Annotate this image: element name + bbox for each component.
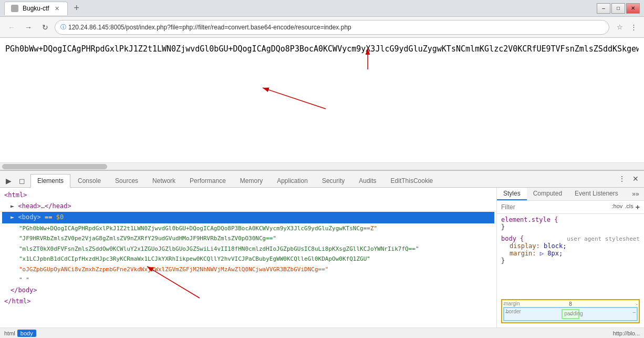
- title-bar-left: Bugku-ctf ✕ +: [4, 2, 595, 15]
- dom-body-content-3: "mlsZT0kX0dFVFsnZmlsZSddOw0KCWluY2x1ZGUo…: [2, 244, 454, 254]
- status-bar-right: http://blo...: [613, 330, 640, 336]
- reload-button[interactable]: ↻: [38, 20, 53, 35]
- tab-title: Bugku-ctf: [23, 5, 49, 12]
- tab-close-button[interactable]: ✕: [54, 5, 61, 12]
- styles-filter-actions: :hov .cls +: [612, 203, 640, 211]
- tab-security[interactable]: Security: [315, 173, 351, 187]
- tab-console[interactable]: Console: [71, 173, 108, 187]
- scrollbar-track: [2, 164, 642, 169]
- styles-tab-computed[interactable]: Computed: [527, 188, 568, 200]
- chrome-menu-button[interactable]: ⋮: [627, 21, 640, 34]
- body-selector-close: }: [501, 257, 640, 264]
- scrollbar-thumb[interactable]: [2, 164, 107, 169]
- dom-html-close: </html>: [2, 296, 494, 307]
- maximize-button[interactable]: □: [611, 3, 625, 14]
- status-html-link[interactable]: html: [4, 330, 15, 336]
- box-model-display: margin - 8 - border – padding: [497, 295, 644, 327]
- tab-editthiscookie[interactable]: EditThisCookie: [384, 173, 440, 187]
- page-area: PGh0bWw+DQogICAgPHRpdGxlPkJ1Z2t1LWN0Zjwv…: [0, 38, 644, 170]
- tab-network[interactable]: Network: [146, 173, 182, 187]
- element-style-close: }: [501, 223, 640, 231]
- annotation-arrows: [0, 38, 644, 162]
- tab-elements[interactable]: Elements: [30, 174, 70, 188]
- margin-top-val: 8: [569, 301, 572, 307]
- title-bar: Bugku-ctf ✕ + – □ ✕: [0, 0, 644, 17]
- devtools-close-button[interactable]: ✕: [629, 172, 642, 185]
- dom-tree-panel: <html> ► <head>…</head> ► <body> == $0 "…: [0, 188, 497, 327]
- devtools-tab-actions: ⋮ ✕: [616, 172, 642, 187]
- base64-line1: PGh0bWw+DQogICAgPHRpdGxlPkJ1Z2t1LWN0Zjwv…: [5, 43, 639, 55]
- dom-head[interactable]: ► <head>…</head>: [2, 201, 494, 212]
- address-bar[interactable]: ⓘ 120.24.86.145:8005/post/index.php?file…: [55, 20, 609, 35]
- dom-body-content-2: "JF9HRVRbZmlsZV0pe2VjaG8gZmlsZV9nZXRfY29…: [2, 233, 454, 244]
- tab-favicon: [11, 5, 18, 12]
- devtools-main: <html> ► <head>…</head> ► <body> == $0 "…: [0, 188, 644, 327]
- devtools-tab-bar: ▶ ◻ Elements Console Sources Network Per…: [0, 171, 644, 188]
- body-source: user agent stylesheet: [567, 235, 640, 242]
- border-label: border: [506, 309, 521, 314]
- styles-tab-styles[interactable]: Styles: [497, 188, 527, 200]
- minimize-button[interactable]: –: [597, 3, 610, 14]
- style-rule-element: element.style { }: [501, 216, 640, 231]
- styles-tab-event-listeners[interactable]: Event Listeners: [568, 188, 625, 200]
- status-body-badge[interactable]: body: [17, 330, 36, 337]
- inspect-element-button[interactable]: ▶: [2, 175, 15, 187]
- page-content: PGh0bWw+DQogICAgPHRpdGxlPkJ1Z2t1LWN0Zjwv…: [0, 38, 644, 162]
- svg-line-2: [263, 88, 326, 109]
- body-display-prop: display: block;: [501, 242, 640, 250]
- styles-panel: Styles Computed Event Listeners »» :hov …: [497, 188, 644, 327]
- tab-sources[interactable]: Sources: [108, 173, 145, 187]
- hover-toggle[interactable]: :hov: [612, 203, 623, 211]
- address-actions: ☆ ⋮: [614, 21, 640, 34]
- tab-audits[interactable]: Audits: [352, 173, 383, 187]
- tab-application[interactable]: Application: [270, 173, 315, 187]
- element-style-selector: element.style {: [501, 216, 640, 223]
- close-button[interactable]: ✕: [626, 3, 640, 14]
- bookmark-button[interactable]: ☆: [614, 21, 626, 34]
- border-right: –: [632, 309, 636, 319]
- dom-body-close: </body>: [2, 285, 494, 296]
- address-url: 120.24.86.145:8005/post/index.php?file=p…: [68, 24, 351, 31]
- page-scrollbar[interactable]: [0, 162, 644, 170]
- styles-content: element.style { } body { user agent styl…: [497, 214, 644, 295]
- browser-window: Bugku-ctf ✕ + – □ ✕ ← → ↻ ⓘ 120.24.86.14…: [0, 0, 644, 338]
- margin-label: margin: [504, 301, 520, 306]
- class-toggle[interactable]: .cls: [625, 203, 633, 211]
- new-tab-button[interactable]: +: [70, 2, 84, 15]
- back-button[interactable]: ←: [4, 20, 19, 35]
- dom-body-content-5: "oJGZpbGUpOyANCi8vZmxhZzpmbGFne2VkdWxjZW…: [2, 264, 454, 275]
- devtools-icons: ▶ ◻: [2, 175, 28, 187]
- devtools-more-button[interactable]: ⋮: [616, 172, 628, 185]
- padding-label: padding: [564, 311, 583, 316]
- lock-icon: ⓘ: [60, 23, 66, 31]
- tab-memory[interactable]: Memory: [233, 173, 269, 187]
- window-controls: – □ ✕: [597, 3, 640, 14]
- style-rule-body: body { user agent stylesheet display: bl…: [501, 235, 640, 264]
- dom-body-content-1: "PGh0bWw+DQogICAgPHRpdGxlPkJ1Z2t1LWN0Zjw…: [2, 223, 454, 234]
- browser-tab[interactable]: Bugku-ctf ✕: [4, 2, 68, 15]
- dom-body[interactable]: ► <body> == $0: [2, 212, 494, 223]
- styles-tab-bar: Styles Computed Event Listeners »»: [497, 188, 644, 201]
- tab-performance[interactable]: Performance: [183, 173, 233, 187]
- devtools-panel: ▶ ◻ Elements Console Sources Network Per…: [0, 170, 644, 338]
- status-bar-left: html body: [4, 330, 36, 337]
- expand-panel-button[interactable]: »»: [629, 188, 642, 200]
- forward-button[interactable]: →: [21, 20, 36, 35]
- add-style-button[interactable]: +: [636, 203, 640, 211]
- dom-body-content-4: "x1LCJpbnB1dCdCIpfHxzdHJpc3RyKCRmaWx1LCJ…: [2, 254, 454, 264]
- device-mode-button[interactable]: ◻: [16, 175, 28, 187]
- nav-bar: ← → ↻ ⓘ 120.24.86.145:8005/post/index.ph…: [0, 17, 644, 38]
- body-margin-prop: margin: ▷ 8px;: [501, 250, 640, 257]
- body-selector: body {: [501, 235, 524, 242]
- dom-html-open: <html>: [2, 190, 494, 201]
- styles-filter-input[interactable]: [501, 203, 612, 211]
- dom-body-content-6: " ": [2, 275, 494, 285]
- devtools-status-bar: html body http://blo...: [0, 327, 644, 338]
- styles-filter-bar: :hov .cls +: [497, 201, 644, 214]
